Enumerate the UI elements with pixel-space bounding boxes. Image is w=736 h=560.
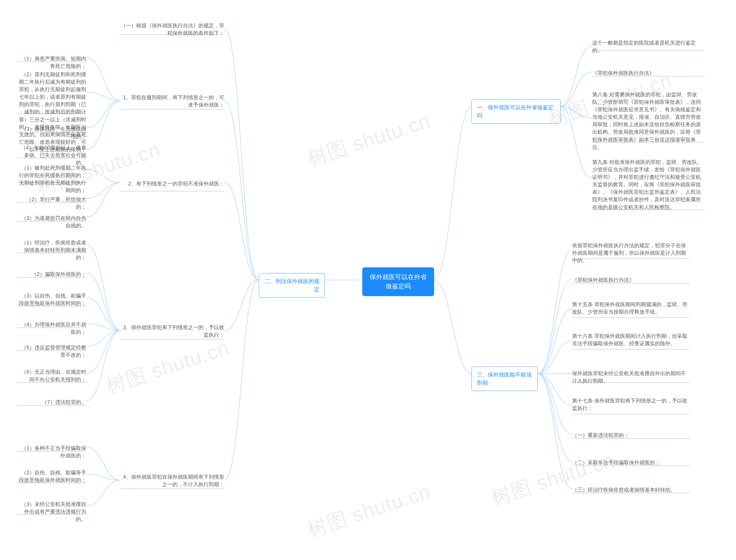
- s2-3-6[interactable]: （7）违法犯罪的。: [17, 397, 86, 408]
- s1-child-1[interactable]: 《罪犯保外就医执行办法》: [592, 68, 704, 78]
- section-3-title[interactable]: 三、保外就医能不能顶刑期: [471, 367, 538, 391]
- s1-child-2[interactable]: 第八条 对需要保外就医的罪犯，由监狱、劳改队、少管所填写《罪犯保外就医审批表》，…: [592, 89, 704, 153]
- s3-child-2[interactable]: 第十五条 罪犯保外就医期间刑期届满的，监狱、劳改队、少管所应当按期办理释放手续。: [572, 299, 690, 317]
- s2-3-4[interactable]: （5）违反监督管理规定经教育不改的；: [17, 342, 86, 360]
- s2-1-2[interactable]: （3）身体残疾、生活难以自理的；: [17, 124, 86, 142]
- s2-3-1[interactable]: （2）骗取保外就医的；: [17, 269, 86, 280]
- s3-child-8[interactable]: （三）经治疗疾病痊愈或者病情基本好转的。: [572, 484, 690, 495]
- s2-3-3[interactable]: （4）办理保外就医后并不就医的；: [17, 319, 86, 337]
- s2-child-0[interactable]: （一）根据《保外就医执行办法》的规定，罪犯保外就医的条件如下：: [121, 20, 224, 39]
- s3-child-1[interactable]: 《罪犯保外就医执行办法》: [572, 275, 690, 285]
- s3-child-4[interactable]: 保外就医罪犯未经公安机关批准擅自外出的期间不计入执行刑期。: [572, 368, 690, 386]
- s3-child-5[interactable]: 第十七条 保外就医罪犯有下列情形之一的，予以收监执行：: [572, 395, 690, 414]
- s1-child-0[interactable]: 这个一般都是指定的医院或者是机关进行鉴定的。: [592, 37, 704, 56]
- s2-child-2[interactable]: 2、有下列情形之一的罪犯不准保外就医：: [121, 178, 224, 189]
- s3-child-6[interactable]: （一）重新违法犯罪的；: [572, 430, 690, 441]
- s2-4-0[interactable]: （1）各种不正当手段骗取保外就医的；: [17, 443, 86, 461]
- s2-child-1[interactable]: 1、罪犯在服刑期间，有下列情形之一的，可准予保外就医：: [121, 92, 224, 110]
- s3-child-7[interactable]: （二）采取非法手段骗取保外就医的；: [572, 457, 690, 468]
- s3-child-3[interactable]: 第十六条 罪犯保外就医期间计入执行刑期，但采取非法手段骗取保外就医、经查证属实的…: [572, 331, 690, 349]
- s2-2-1[interactable]: （2）罪行严重，民愤很大的；: [17, 194, 86, 212]
- s2-4-1[interactable]: （2）自伤、自残、欺骗等手段故意拖延保外就医时间的；: [17, 467, 86, 486]
- s2-2-2[interactable]: （3）为逃避惩罚在狱内自伤自残的。: [17, 213, 86, 231]
- s2-4-2[interactable]: （3）未经公安机关批准擅自外出或有严重违法违规行为的。: [17, 499, 86, 525]
- s1-child-3[interactable]: 第九条 对批准保外就医的罪犯，监狱、劳改队、少管所应当办理出监手续，发给《罪犯保…: [592, 157, 704, 213]
- root-node[interactable]: 保外就医可以在外省做鉴定吗: [362, 267, 434, 296]
- s2-3-2[interactable]: （3）以自伤、自残、欺骗手段故意拖延保外就医时间的；: [17, 290, 86, 309]
- section-2-title[interactable]: 二、刑法保外就医的规定: [259, 273, 325, 298]
- s2-child-3[interactable]: 3、保外就医罪犯有下列情形之一的，予以收监执行：: [121, 322, 224, 340]
- s3-child-0[interactable]: 依据罪犯保外就医执行办法的规定，犯罪分子在保外就医期间是属于服刑，所以保外就医是…: [572, 240, 690, 266]
- section-1-title[interactable]: 一、保外就医可以在外省做鉴定吗: [471, 99, 561, 124]
- s2-2-0[interactable]: （1）被判处死刑缓期二年执行的罪犯在死缓执行期间的；无期徒刑罪犯在无期徒刑执行期…: [17, 162, 86, 196]
- s2-child-4[interactable]: 4、保外就医罪犯在保外就医期间有下列情形之一的，不计入执行刑期：: [121, 471, 224, 490]
- s2-3-5[interactable]: （6）无正当理由，在规定时间不向公安机关报到的；: [17, 367, 86, 385]
- s2-3-0[interactable]: （1）经治疗，疾病痊愈或者病情基本好转而刑期未满期的；: [17, 237, 86, 263]
